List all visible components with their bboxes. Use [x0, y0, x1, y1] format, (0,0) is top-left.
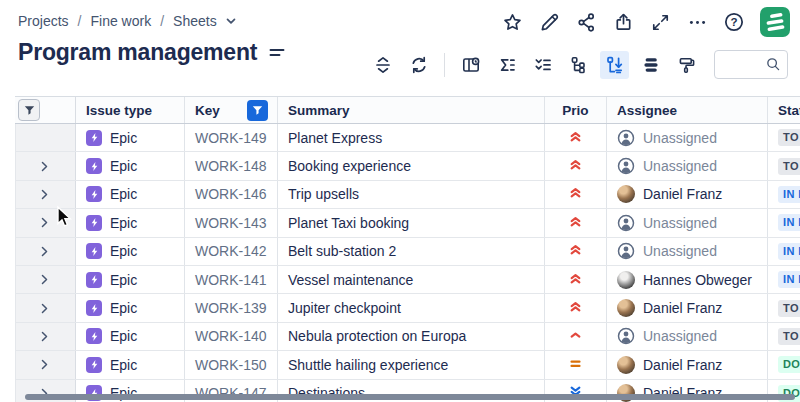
- issue-type-cell[interactable]: Epic: [76, 238, 185, 265]
- column-header-prio[interactable]: Prio: [545, 97, 607, 123]
- summary-cell[interactable]: Trip upsells: [278, 181, 545, 208]
- status-cell[interactable]: IN PROGRESS: [768, 209, 800, 236]
- column-header-assignee[interactable]: Assignee: [607, 97, 768, 123]
- expand-chevron-icon[interactable]: [38, 358, 51, 371]
- active-filter-icon[interactable]: [247, 100, 268, 121]
- format-painter-icon[interactable]: [672, 51, 701, 79]
- summary-cell[interactable]: Booking experience: [278, 152, 545, 179]
- issue-key-cell[interactable]: WORK-148: [185, 152, 278, 179]
- priority-cell[interactable]: [545, 266, 607, 293]
- horizontal-scrollbar[interactable]: [25, 394, 795, 400]
- expand-chevron-icon[interactable]: [38, 273, 51, 286]
- row-gutter-cell[interactable]: [15, 209, 76, 236]
- assignee-cell[interactable]: Daniel Franz: [607, 294, 768, 321]
- assignee-cell[interactable]: Hannes Obweger: [607, 266, 768, 293]
- status-badge[interactable]: TO DO: [778, 129, 800, 146]
- assignee-cell[interactable]: Daniel Franz: [607, 351, 768, 378]
- row-gutter-cell[interactable]: [15, 238, 76, 265]
- column-header-key[interactable]: Key: [185, 97, 278, 123]
- issue-key-cell[interactable]: WORK-142: [185, 238, 278, 265]
- app-logo[interactable]: [760, 7, 790, 37]
- issue-key-cell[interactable]: WORK-143: [185, 209, 278, 236]
- issue-detail-icon[interactable]: [456, 51, 485, 79]
- priority-cell[interactable]: [545, 323, 607, 350]
- row-gutter-cell[interactable]: [15, 294, 76, 321]
- row-gutter-cell[interactable]: [15, 266, 76, 293]
- more-icon[interactable]: [686, 11, 708, 33]
- priority-cell[interactable]: [545, 124, 607, 151]
- issue-type-cell[interactable]: Epic: [76, 181, 185, 208]
- summary-cell[interactable]: Vessel maintenance: [278, 266, 545, 293]
- breadcrumb-projects[interactable]: Projects: [18, 13, 69, 29]
- group-icon[interactable]: [636, 51, 665, 79]
- bulk-edit-icon[interactable]: [528, 51, 557, 79]
- sort-hierarchy-icon[interactable]: [600, 51, 629, 79]
- row-gutter-cell[interactable]: [15, 351, 76, 378]
- row-gutter-cell[interactable]: [15, 124, 76, 151]
- status-cell[interactable]: IN PROGRESS: [768, 238, 800, 265]
- sum-icon[interactable]: [492, 51, 521, 79]
- assignee-cell[interactable]: Unassigned: [607, 238, 768, 265]
- column-header-summary[interactable]: Summary: [278, 97, 545, 123]
- hierarchy-icon[interactable]: [564, 51, 593, 79]
- issue-type-cell[interactable]: Epic: [76, 351, 185, 378]
- status-cell[interactable]: TO DO: [768, 124, 800, 151]
- assignee-cell[interactable]: Unassigned: [607, 323, 768, 350]
- assignee-cell[interactable]: Unassigned: [607, 152, 768, 179]
- summary-cell[interactable]: Nebula protection on Europa: [278, 323, 545, 350]
- status-cell[interactable]: TO DO: [768, 323, 800, 350]
- priority-cell[interactable]: [545, 294, 607, 321]
- column-header-status[interactable]: Status: [768, 97, 800, 123]
- issue-type-cell[interactable]: Epic: [76, 209, 185, 236]
- issue-type-cell[interactable]: Epic: [76, 294, 185, 321]
- star-icon[interactable]: [501, 11, 523, 33]
- expand-chevron-icon[interactable]: [38, 302, 51, 315]
- refresh-icon[interactable]: [404, 51, 433, 79]
- filter-icon[interactable]: [18, 99, 40, 121]
- assignee-cell[interactable]: Daniel Franz: [607, 181, 768, 208]
- priority-cell[interactable]: [545, 209, 607, 236]
- row-height-icon[interactable]: [368, 51, 397, 79]
- summary-cell[interactable]: Planet Express: [278, 124, 545, 151]
- summary-cell[interactable]: Shuttle hailing experience: [278, 351, 545, 378]
- align-lines-icon[interactable]: [269, 45, 285, 61]
- status-cell[interactable]: IN PROGRESS: [768, 266, 800, 293]
- assignee-cell[interactable]: Unassigned: [607, 209, 768, 236]
- status-badge[interactable]: DONE: [778, 356, 800, 373]
- issue-key-cell[interactable]: WORK-146: [185, 181, 278, 208]
- issue-key-cell[interactable]: WORK-150: [185, 351, 278, 378]
- status-badge[interactable]: IN PROGRESS: [778, 271, 800, 288]
- expand-chevron-icon[interactable]: [38, 330, 51, 343]
- status-badge[interactable]: TO DO: [778, 158, 800, 175]
- priority-cell[interactable]: [545, 238, 607, 265]
- status-badge[interactable]: TO DO: [778, 300, 800, 317]
- issue-key-cell[interactable]: WORK-140: [185, 323, 278, 350]
- expand-chevron-icon[interactable]: [38, 160, 51, 173]
- expand-chevron-icon[interactable]: [38, 245, 51, 258]
- chevron-down-icon[interactable]: [224, 14, 238, 28]
- issue-key-cell[interactable]: WORK-139: [185, 294, 278, 321]
- priority-cell[interactable]: [545, 351, 607, 378]
- summary-cell[interactable]: Planet Taxi booking: [278, 209, 545, 236]
- status-cell[interactable]: TO DO: [768, 152, 800, 179]
- status-cell[interactable]: TO DO: [768, 294, 800, 321]
- expand-chevron-icon[interactable]: [38, 188, 51, 201]
- issue-type-cell[interactable]: Epic: [76, 152, 185, 179]
- issue-type-cell[interactable]: Epic: [76, 323, 185, 350]
- edit-icon[interactable]: [538, 11, 560, 33]
- summary-cell[interactable]: Belt sub-station 2: [278, 238, 545, 265]
- help-icon[interactable]: ?: [723, 11, 745, 33]
- row-gutter-cell[interactable]: [15, 323, 76, 350]
- status-badge[interactable]: IN PROGRESS: [778, 214, 800, 231]
- issue-key-cell[interactable]: WORK-141: [185, 266, 278, 293]
- export-icon[interactable]: [612, 11, 634, 33]
- status-cell[interactable]: DONE: [768, 351, 800, 378]
- status-badge[interactable]: IN PROGRESS: [778, 243, 800, 260]
- issue-type-cell[interactable]: Epic: [76, 266, 185, 293]
- breadcrumb-project[interactable]: Fine work: [90, 13, 151, 29]
- status-badge[interactable]: TO DO: [778, 328, 800, 345]
- status-badge[interactable]: IN PROGRESS: [778, 186, 800, 203]
- breadcrumb-sheets[interactable]: Sheets: [173, 13, 217, 29]
- summary-cell[interactable]: Jupiter checkpoint: [278, 294, 545, 321]
- assignee-cell[interactable]: Unassigned: [607, 124, 768, 151]
